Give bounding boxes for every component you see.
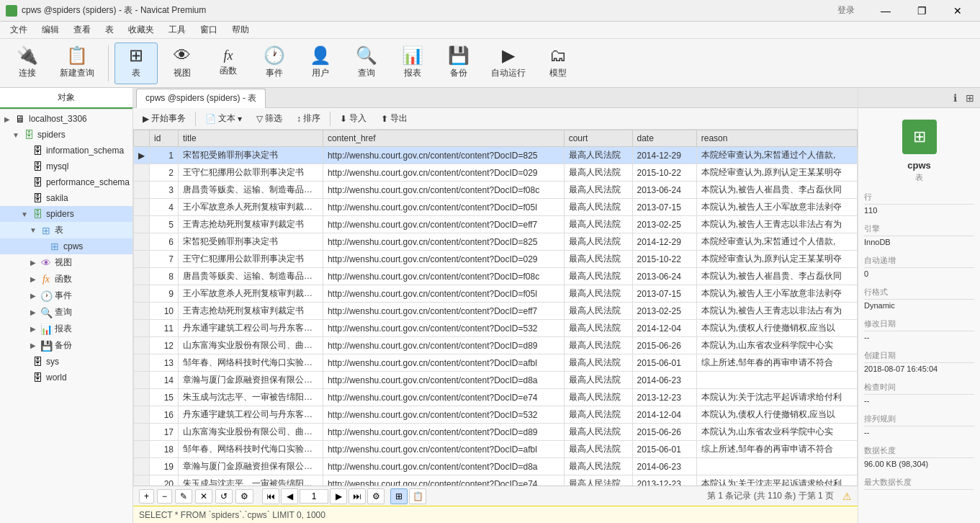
maximize-button[interactable]: ❐	[905, 0, 938, 22]
sidebar-item-event-group[interactable]: ▶ 🕐 事件	[0, 287, 132, 304]
page-first-button[interactable]: ⏮	[262, 488, 279, 504]
table-row[interactable]: 6 宋皙犯受贿罪刑事决定书 http://wenshu.court.gov.cn…	[134, 233, 858, 251]
toolbar-view[interactable]: 👁 视图	[161, 43, 204, 84]
col-header-court[interactable]: court	[564, 130, 632, 147]
col-header-content-href[interactable]: content_href	[323, 130, 564, 147]
toolbar-backup[interactable]: 💾 备份	[437, 43, 480, 84]
sidebar-item-performance-schema[interactable]: 🗄 performance_schema	[0, 174, 132, 190]
sidebar-item-report-group[interactable]: ▶ 📊 报表	[0, 321, 132, 337]
table-row[interactable]: 11 丹东通宇建筑工程公司与丹东客来多 http://wenshu.court.…	[134, 320, 858, 337]
menu-favorites[interactable]: 收藏夹	[121, 22, 161, 37]
sidebar-item-table-group[interactable]: ▼ ⊞ 表	[0, 222, 132, 238]
sidebar-item-sakila[interactable]: 🗄 sakila	[0, 190, 132, 206]
menu-tools[interactable]: 工具	[161, 22, 193, 37]
toolbar-model[interactable]: 🗂 模型	[536, 43, 580, 84]
table-row[interactable]: 12 山东富海实业股份有限公司、曲忠全 http://wenshu.court.…	[134, 337, 858, 354]
toolbar-function[interactable]: fx 函数	[207, 43, 250, 84]
table-row[interactable]: 17 山东富海实业股份有限公司、曲忠全 http://wenshu.court.…	[134, 424, 858, 441]
import-button[interactable]: ⬇ 导入	[333, 109, 373, 128]
sidebar-item-spiders-schema[interactable]: ▼ 🗄 spiders	[0, 206, 132, 222]
table-row[interactable]: 9 王小军故意杀人死刑复核审判裁定书 http://wenshu.court.g…	[134, 285, 858, 303]
toolbar-table[interactable]: ⊞ 表	[114, 43, 158, 84]
col-header-reason[interactable]: reason	[696, 130, 857, 147]
cell-content-href: http://wenshu.court.gov.cn/content/conte…	[323, 389, 564, 406]
sidebar-item-backup-group[interactable]: ▶ 💾 备份	[0, 337, 132, 354]
row-indicator	[134, 251, 150, 268]
table-row[interactable]: 2 王守仁犯挪用公款罪刑事决定书 http://wenshu.court.gov…	[134, 164, 858, 182]
menu-view[interactable]: 查看	[66, 22, 98, 37]
cell-court: 最高人民法院	[564, 354, 632, 372]
toolbar-autorun[interactable]: ▶ 自动运行	[483, 43, 534, 84]
table-row[interactable]: 13 邹年春、网络科技时代海口实验学校 http://wenshu.court.…	[134, 354, 858, 372]
table-row[interactable]: ▶ 1 宋皙犯受贿罪刑事决定书 http://wenshu.court.gov.…	[134, 147, 858, 164]
sidebar-item-world[interactable]: 🗄 world	[0, 370, 132, 385]
sidebar-tab-objects[interactable]: 对象	[0, 88, 132, 109]
menu-table[interactable]: 表	[98, 22, 121, 37]
sql-button[interactable]: ⚙	[235, 489, 253, 504]
page-last-button[interactable]: ⏭	[349, 488, 366, 504]
tab-cpws[interactable]: cpws @spiders (spiders) - 表	[136, 89, 266, 108]
page-next-button[interactable]: ▶	[330, 488, 347, 504]
sidebar-item-mysql[interactable]: 🗄 mysql	[0, 158, 132, 174]
table-row[interactable]: 5 王青志抢劫死刑复核审判裁定书 http://wenshu.court.gov…	[134, 216, 858, 233]
sidebar-item-cpws[interactable]: ⊞ cpws	[0, 238, 132, 254]
table-row[interactable]: 4 王小军故意杀人死刑复核审判裁定书 http://wenshu.court.g…	[134, 199, 858, 216]
sort-icon: ↕	[297, 114, 301, 124]
menu-help[interactable]: 帮助	[225, 22, 256, 37]
table-row[interactable]: 19 章瀚与厦门金原融资担保有限公司— http://wenshu.court.…	[134, 458, 858, 475]
discard-button[interactable]: ✕	[195, 489, 212, 504]
menu-window[interactable]: 窗口	[193, 22, 225, 37]
sidebar-item-localhost[interactable]: ▶ 🖥 localhost_3306	[0, 111, 132, 127]
sort-button[interactable]: ↕ 排序	[290, 109, 327, 128]
cell-id: 11	[150, 320, 179, 337]
sidebar-item-query-group[interactable]: ▶ 🔍 查询	[0, 304, 132, 321]
col-header-date[interactable]: date	[632, 130, 696, 147]
menu-edit[interactable]: 编辑	[35, 22, 66, 37]
table-wrapper[interactable]: id title content_href court date reason …	[133, 130, 858, 486]
edit-row-button[interactable]: ✎	[175, 489, 192, 504]
export-button[interactable]: ⬆ 导出	[374, 109, 414, 128]
refresh-button[interactable]: ↺	[215, 489, 233, 504]
text-button[interactable]: 📄 文本 ▾	[199, 109, 248, 128]
toolbar-user[interactable]: 👤 用户	[299, 43, 342, 84]
grid-view-button[interactable]: ⊞	[390, 488, 408, 504]
col-header-title[interactable]: title	[179, 130, 323, 147]
table-row[interactable]: 8 唐昌贵等贩卖、运输、制造毒品、枪 http://wenshu.court.g…	[134, 268, 858, 285]
table-row[interactable]: 7 王守仁犯挪用公款罪刑事决定书 http://wenshu.court.gov…	[134, 251, 858, 268]
cell-reason: 本院经审查认为,原判认定王某某明夺	[696, 251, 857, 268]
delete-row-button[interactable]: −	[157, 489, 172, 504]
sidebar-item-sys[interactable]: 🗄 sys	[0, 354, 132, 370]
col-header-id[interactable]: id	[150, 130, 179, 147]
table-row[interactable]: 16 丹东通宇建筑工程公司与丹东客来多 http://wenshu.court.…	[134, 406, 858, 424]
toolbar-new-query[interactable]: 📋 新建查询	[52, 43, 102, 84]
page-config-button[interactable]: ⚙	[367, 488, 385, 504]
table-row[interactable]: 3 唐昌贵等贩卖、运输、制造毒品、枪 http://wenshu.court.g…	[134, 182, 858, 199]
table-row[interactable]: 20 朱玉成与沈志平、一审被告绵阳市福 http://wenshu.court.…	[134, 475, 858, 486]
info-icon-button[interactable]: ℹ	[950, 91, 960, 105]
sidebar-item-func-group[interactable]: ▶ fx 函数	[0, 271, 132, 287]
sidebar-item-view-group[interactable]: ▶ 👁 视图	[0, 254, 132, 271]
sidebar-item-information-schema[interactable]: 🗄 information_schema	[0, 143, 132, 158]
toolbar-event[interactable]: 🕐 事件	[253, 43, 296, 84]
page-number-input[interactable]	[300, 489, 328, 504]
menu-file[interactable]: 文件	[3, 22, 35, 37]
minimize-button[interactable]: —	[869, 0, 902, 22]
table-row[interactable]: 15 朱玉成与沈志平、一审被告绵阳市福 http://wenshu.court.…	[134, 389, 858, 406]
sidebar-item-spiders-db[interactable]: ▼ 🗄 spiders	[0, 127, 132, 143]
tab-bar: cpws @spiders (spiders) - 表	[133, 88, 858, 108]
table-row[interactable]: 18 邹年春、网络科技时代海口实验学校 http://wenshu.court.…	[134, 441, 858, 458]
table-row[interactable]: 10 王青志抢劫死刑复核审判裁定书 http://wenshu.court.go…	[134, 303, 858, 320]
close-button[interactable]: ✕	[941, 0, 974, 22]
form-view-button[interactable]: 📋	[409, 488, 426, 504]
table-row[interactable]: 14 章瀚与厦门金原融资担保有限公司— http://wenshu.court.…	[134, 372, 858, 389]
filter-button[interactable]: ▽ 筛选	[250, 109, 289, 128]
login-button[interactable]: 登录	[837, 4, 855, 17]
toolbar-connect[interactable]: 🔌 连接	[6, 43, 49, 84]
grid-icon-button[interactable]: ⊞	[963, 91, 977, 105]
toolbar-query[interactable]: 🔍 查询	[345, 43, 388, 84]
begin-transaction-button[interactable]: ▶ 开始事务	[136, 109, 192, 128]
cell-title: 山东富海实业股份有限公司、曲忠全	[179, 337, 323, 354]
add-row-button[interactable]: +	[139, 489, 154, 504]
page-prev-button[interactable]: ◀	[281, 488, 298, 504]
toolbar-report[interactable]: 📊 报表	[391, 43, 434, 84]
